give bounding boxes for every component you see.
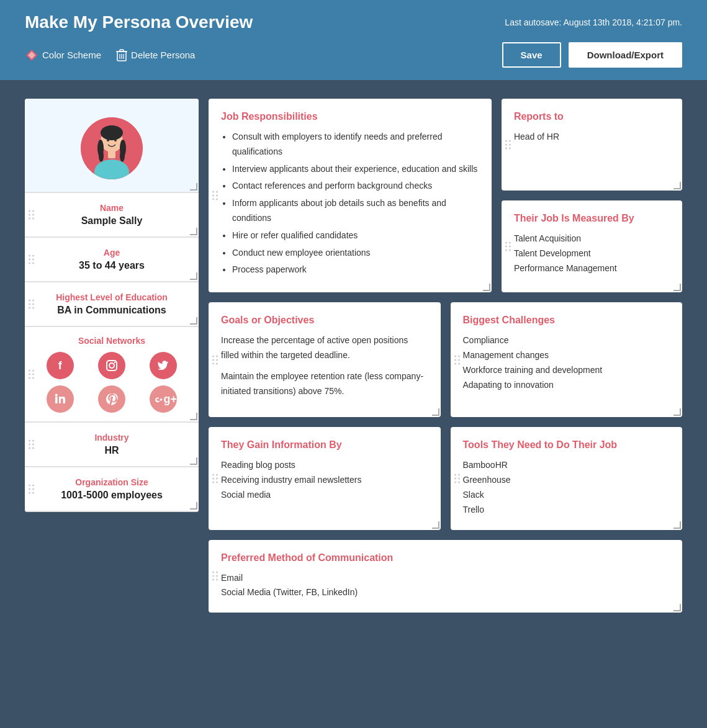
- age-resize-handle[interactable]: [190, 272, 196, 279]
- social-section: Social Networks f g+: [25, 327, 199, 423]
- color-scheme-icon: [25, 48, 38, 62]
- challenges-body: Compliance Management changes Workforce …: [463, 333, 670, 392]
- reports-to-card: Reports to Head of HR: [502, 99, 682, 191]
- job-measured-body: Talent Acquisition Talent Development Pe…: [514, 231, 670, 276]
- toolbar-left: Color Scheme Delete Persona: [25, 48, 195, 62]
- list-item: Interview applicants about their experie…: [232, 162, 479, 177]
- download-button[interactable]: Download/Export: [569, 42, 682, 68]
- industry-resize-handle[interactable]: [190, 457, 196, 464]
- color-scheme-button[interactable]: Color Scheme: [25, 48, 101, 62]
- goals-p2: Maintain the employee retention rate (le…: [221, 369, 428, 399]
- job-measured-resize-handle[interactable]: [673, 284, 680, 290]
- goals-card: Goals or Objectives Increase the percent…: [209, 302, 441, 417]
- education-resize-handle[interactable]: [190, 317, 196, 323]
- list-item: Trello: [463, 503, 670, 518]
- job-responsibilities-resize-handle[interactable]: [483, 284, 489, 290]
- communication-card: Preferred Method of Communication Email …: [209, 540, 682, 613]
- list-item: BambooHR: [463, 458, 670, 473]
- job-responsibilities-list: Consult with employers to identify needs…: [221, 130, 479, 277]
- org-size-drag-handle[interactable]: [29, 485, 34, 494]
- org-size-label: Organization Size: [37, 477, 186, 487]
- cards-row-2: Goals or Objectives Increase the percent…: [209, 302, 682, 417]
- org-size-resize-handle[interactable]: [190, 502, 196, 508]
- delete-persona-button[interactable]: Delete Persona: [116, 48, 195, 62]
- education-section: Highest Level of Education BA in Communi…: [25, 282, 199, 327]
- social-resize-handle[interactable]: [190, 413, 196, 419]
- tools-body: BambooHR Greenhouse Slack Trello: [463, 458, 670, 517]
- right-panel: Job Responsibilities Consult with employ…: [209, 99, 682, 613]
- challenges-card: Biggest Challenges Compliance Management…: [451, 302, 683, 417]
- gain-information-drag-handle[interactable]: [212, 474, 218, 483]
- education-drag-handle[interactable]: [29, 300, 34, 309]
- avatar-illustration: [81, 117, 143, 179]
- list-item: Email: [221, 571, 670, 586]
- communication-resize-handle[interactable]: [673, 604, 680, 610]
- gain-information-resize-handle[interactable]: [432, 521, 438, 528]
- list-item: Talent Acquisition: [514, 231, 670, 246]
- list-item: Social Media (Twitter, FB, LinkedIn): [221, 585, 670, 600]
- right-column-1: Reports to Head of HR Their Job Is Measu…: [502, 99, 682, 292]
- tools-resize-handle[interactable]: [673, 521, 680, 528]
- name-resize-handle[interactable]: [190, 228, 196, 234]
- pinterest-icon[interactable]: [98, 385, 125, 413]
- industry-label: Industry: [37, 433, 186, 443]
- reports-to-resize-handle[interactable]: [673, 182, 680, 188]
- challenges-resize-handle[interactable]: [673, 408, 680, 415]
- toolbar-right: Save Download/Export: [502, 42, 682, 68]
- toolbar: Color Scheme Delete Persona Save Downloa…: [25, 42, 682, 80]
- list-item: Workforce training and development: [463, 363, 670, 378]
- reports-to-drag-handle[interactable]: [505, 140, 511, 150]
- name-label: Name: [37, 203, 186, 213]
- goals-title: Goals or Objectives: [221, 315, 428, 326]
- list-item: Management changes: [463, 348, 670, 363]
- gain-information-body: Reading blog posts Receiving industry em…: [221, 458, 428, 502]
- org-size-value: 1001-5000 employees: [37, 490, 186, 501]
- svg-point-13: [99, 150, 104, 162]
- tools-drag-handle[interactable]: [454, 474, 460, 483]
- age-drag-handle[interactable]: [29, 255, 34, 264]
- goals-drag-handle[interactable]: [212, 355, 218, 364]
- age-section: Age 35 to 44 years: [25, 238, 199, 282]
- education-value: BA in Communications: [37, 305, 186, 316]
- reports-to-body: Head of HR: [514, 130, 670, 145]
- social-label: Social Networks: [37, 336, 186, 346]
- facebook-icon[interactable]: f: [47, 352, 74, 379]
- challenges-drag-handle[interactable]: [454, 355, 460, 364]
- cards-row-1: Job Responsibilities Consult with employ…: [209, 99, 682, 292]
- svg-rect-22: [55, 397, 58, 403]
- linkedin-icon[interactable]: [47, 385, 74, 413]
- googleplus-icon[interactable]: g+: [150, 385, 177, 413]
- industry-drag-handle[interactable]: [29, 440, 34, 449]
- svg-rect-4: [120, 50, 124, 52]
- job-responsibilities-drag-handle[interactable]: [212, 191, 218, 200]
- social-drag-handle[interactable]: [29, 370, 34, 379]
- avatar-section: [25, 99, 199, 193]
- list-item: Slack: [463, 488, 670, 503]
- reports-to-title: Reports to: [514, 111, 670, 122]
- list-item: Receiving industry email newsletters: [221, 473, 428, 488]
- list-item: Process paperwork: [232, 263, 479, 277]
- list-item: Reading blog posts: [221, 458, 428, 473]
- trash-icon: [116, 48, 127, 62]
- list-item: Performance Management: [514, 261, 670, 276]
- svg-point-17: [107, 139, 109, 142]
- list-item: Greenhouse: [463, 473, 670, 488]
- goals-resize-handle[interactable]: [432, 408, 438, 415]
- org-size-section: Organization Size 1001-5000 employees: [25, 467, 199, 512]
- header: Make My Persona Overview Last autosave: …: [0, 0, 707, 80]
- name-drag-handle[interactable]: [29, 210, 34, 220]
- job-measured-title: Their Job Is Measured By: [514, 213, 670, 224]
- save-button[interactable]: Save: [502, 42, 561, 68]
- communication-drag-handle[interactable]: [212, 572, 218, 581]
- twitter-icon[interactable]: [150, 352, 177, 379]
- color-scheme-label: Color Scheme: [42, 50, 101, 60]
- svg-point-23: [55, 394, 57, 397]
- goals-body: Increase the percentage of active open p…: [221, 333, 428, 398]
- job-measured-drag-handle[interactable]: [505, 242, 511, 251]
- instagram-icon[interactable]: [98, 352, 125, 379]
- communication-title: Preferred Method of Communication: [221, 552, 670, 564]
- main-content: Name Sample Sally Age 35 to 44 years Hig…: [0, 80, 707, 631]
- page-title: Make My Persona Overview: [25, 12, 253, 32]
- avatar-resize-handle[interactable]: [190, 183, 196, 189]
- job-measured-card: Their Job Is Measured By Talent Acquisit…: [502, 200, 682, 292]
